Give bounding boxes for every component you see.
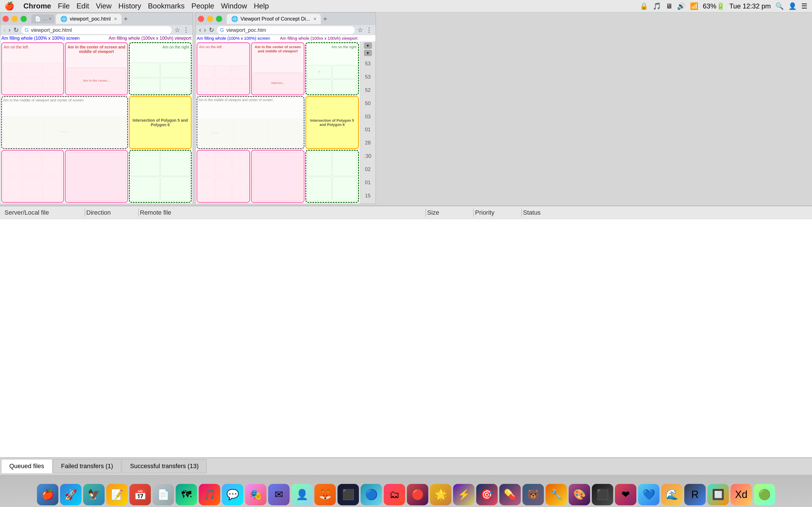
close-button-left[interactable] <box>3 16 9 22</box>
browser-left-chrome: 📄 … × 🌐 viewport_poc.html × + ‹ › ↻ G vi… <box>0 13 193 35</box>
dock-icon-calendar[interactable]: 📅 <box>130 484 151 505</box>
menu-file[interactable]: File <box>58 2 70 10</box>
right-page-header-left: Am filling whole (100% x 100%) screen <box>197 36 270 41</box>
menu-bar-user-icon[interactable]: 👤 <box>788 2 797 10</box>
dock-icon-facetime[interactable]: 🎭 <box>245 484 266 505</box>
grid-cell-1-1: Am on the left <box>1 42 64 95</box>
dock-icon-music[interactable]: 🎵 <box>199 484 220 505</box>
scroll-dropdown-1[interactable]: ▾ <box>364 43 372 49</box>
left-tab-inactive-1[interactable]: 📄 … × <box>31 14 55 23</box>
left-address-bar: ‹ › ↻ G viewport_poc.html ☆ ⋮ <box>0 25 193 35</box>
reload-button-left[interactable]: ↻ <box>13 26 18 34</box>
bookmark-button-right[interactable]: ☆ <box>357 26 363 34</box>
more-button-right[interactable]: ⋮ <box>366 26 372 34</box>
menu-bookmarks[interactable]: Bookmarks <box>148 2 185 10</box>
left-url-bar[interactable]: G viewport_poc.html <box>21 26 172 34</box>
dock-icon-r[interactable]: R <box>684 484 706 505</box>
tab-favicon-left-1: 📄 <box>35 16 41 22</box>
scroll-num-3: 52 <box>365 87 370 93</box>
left-tab-active[interactable]: 🌐 viewport_poc.html × <box>56 14 121 24</box>
dock-icon-terminal[interactable]: ⬛ <box>338 484 359 505</box>
right-tab-bar: 🌐 Viewport Proof of Concept Di... × + <box>196 13 375 25</box>
menu-bar-search-icon[interactable]: 🔍 <box>775 2 784 10</box>
dock-icon-app3[interactable]: ⚡ <box>453 484 474 505</box>
dock-icon-firefox[interactable]: 🦊 <box>314 484 336 505</box>
menu-edit[interactable]: Edit <box>77 2 89 10</box>
dock-icon-app5[interactable]: 💊 <box>499 484 521 505</box>
maximize-button-left[interactable] <box>20 16 27 22</box>
tab-successful-transfers[interactable]: Successful transfers (13) <box>122 459 207 473</box>
dock-icon-xd[interactable]: Xd <box>730 484 752 505</box>
col-divider-5 <box>521 209 522 217</box>
scroll-num-5: 03 <box>365 114 370 120</box>
dock-icon-notes[interactable]: 📝 <box>106 484 128 505</box>
menu-chrome[interactable]: Chrome <box>23 2 51 10</box>
menu-history[interactable]: History <box>118 2 141 10</box>
dock-icon-maps[interactable]: 🗺 <box>175 484 197 505</box>
dock-icon-mail[interactable]: ✉ <box>268 484 290 505</box>
grid-cell-2-3: Intersection of Polygon 5 and Polygon 6 <box>129 96 192 149</box>
menu-window[interactable]: Window <box>221 2 247 10</box>
menu-people[interactable]: People <box>192 2 214 10</box>
dock-icon-launchpad[interactable]: 🚀 <box>60 484 82 505</box>
dock-icon-app11[interactable]: 🌊 <box>661 484 682 505</box>
dock-icon-contacts[interactable]: 👤 <box>291 484 313 505</box>
right-url-bar[interactable]: G viewport_poc.htm <box>217 26 355 34</box>
minimize-button-right[interactable] <box>207 16 213 22</box>
close-button-right[interactable] <box>198 16 204 22</box>
dock-icon-app8[interactable]: ⬛ <box>592 484 613 505</box>
right-address-bar: ‹ › ↻ G viewport_poc.htm ☆ ⋮ <box>196 25 375 35</box>
left-url-text: viewport_poc.html <box>31 27 72 33</box>
right-scrollbar-area[interactable]: ▾ ▾ 53 53 52 50 03 01 28 :30 02 01 15 <box>360 41 375 204</box>
tab-queued-files[interactable]: Queued files <box>1 459 52 473</box>
tab-failed-transfers[interactable]: Failed transfers (1) <box>53 459 121 473</box>
cell-1-2-text: Am in the center of screen and middle of… <box>67 45 125 54</box>
dock-icon-app10[interactable]: 💙 <box>638 484 659 505</box>
tab-close-btn-right[interactable]: × <box>313 16 317 22</box>
apple-menu[interactable]: 🍎 <box>4 1 14 11</box>
new-tab-button-left[interactable]: + <box>124 15 128 23</box>
right-tab-active[interactable]: 🌐 Viewport Proof of Concept Di... × <box>227 14 321 24</box>
back-button-right[interactable]: ‹ <box>199 26 201 34</box>
new-tab-button-right[interactable]: + <box>323 15 327 23</box>
forward-button-right[interactable]: › <box>204 26 206 34</box>
dock-icon-app9[interactable]: ❤ <box>615 484 637 505</box>
menu-bar-battery-icon: 🔒 <box>640 2 648 10</box>
maximize-button-right[interactable] <box>216 16 222 22</box>
dock-icon-app12[interactable]: 🔲 <box>707 484 729 505</box>
dock-icon-app1[interactable]: 🔴 <box>407 484 428 505</box>
bookmark-button-left[interactable]: ☆ <box>174 26 180 34</box>
menu-help[interactable]: Help <box>254 2 269 10</box>
forward-button-left[interactable]: › <box>8 26 10 34</box>
dock-icon-photoshop[interactable]: 🎨 <box>569 484 590 505</box>
col-priority: Priority <box>475 209 520 216</box>
right-grid-cell-1-3: Am on the right ↻ <box>305 42 359 95</box>
dock-icon-app4[interactable]: 🎯 <box>476 484 498 505</box>
dock-icon-docs[interactable]: 📄 <box>153 484 174 505</box>
dock-icon-messages[interactable]: 💬 <box>222 484 243 505</box>
right-cell-2-12-text: Am in the middle of viewport and center … <box>199 98 273 102</box>
scroll-dropdown-2[interactable]: ▾ <box>364 50 372 56</box>
tab-close-btn-left[interactable]: × <box>114 16 117 22</box>
menu-bar-notif-icon[interactable]: ☰ <box>801 2 808 10</box>
reload-button-right[interactable]: ↻ <box>209 26 214 34</box>
tab-close-left-1[interactable]: × <box>49 16 51 21</box>
dock-icon-app13[interactable]: 🟢 <box>754 484 775 505</box>
col-size: Size <box>427 209 472 216</box>
minimize-button-left[interactable] <box>11 16 18 22</box>
back-button-left[interactable]: ‹ <box>4 26 6 34</box>
left-page-header-right: Am filling whole (100vx x 100vh) viewpor… <box>109 36 192 41</box>
browser-right: 🌐 Viewport Proof of Concept Di... × + ‹ … <box>195 12 376 204</box>
dock-icon-app2[interactable]: 🌟 <box>430 484 451 505</box>
browser-right-chrome: 🌐 Viewport Proof of Concept Di... × + ‹ … <box>196 13 375 35</box>
right-grid-cell-1-1: Am on the left <box>197 42 250 95</box>
dock-icon-finder[interactable]: 🍎 <box>37 484 58 505</box>
dock-icon-chrome[interactable]: 🔵 <box>361 484 382 505</box>
menu-view[interactable]: View <box>96 2 112 10</box>
dock-icon-app6[interactable]: 🐻 <box>522 484 544 505</box>
dock-icon-safari[interactable]: 🦅 <box>83 484 105 505</box>
dock-icon-app7[interactable]: 🔧 <box>546 484 567 505</box>
menu-button-left[interactable]: ⋮ <box>183 26 189 34</box>
dock-icon-filezilla[interactable]: 🗂 <box>384 484 405 505</box>
menu-bar-bluetooth-icon: 🔊 <box>677 2 686 10</box>
